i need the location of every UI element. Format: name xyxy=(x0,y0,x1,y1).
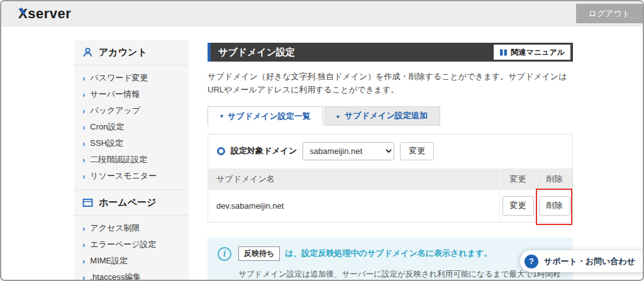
sidebar-section-title: アカウント xyxy=(99,47,147,58)
domain-select[interactable]: sabameijin.net xyxy=(303,142,394,160)
sidebar-items: ›アクセス制限 ›エラーページ設定 ›MIME設定 ›.htaccess編集 ›… xyxy=(74,216,189,281)
sidebar-item-resource-monitor[interactable]: ›リソースモニター xyxy=(74,168,189,184)
main-content: サブドメイン設定 関連マニュアル サブドメイン（好きな文字列.独自ドメイン）を作… xyxy=(208,40,573,281)
support-contact-button[interactable]: ? サポート・お問い合わせ xyxy=(520,250,644,272)
chevron-right-icon: › xyxy=(82,241,85,249)
sidebar-items: ›パスワード変更 ›サーバー情報 ›バックアップ ›Cron設定 ›SSH設定 … xyxy=(74,65,189,190)
logout-button[interactable]: ログアウト xyxy=(576,4,643,23)
browser-icon xyxy=(82,198,93,207)
page-title: サブドメイン設定 xyxy=(218,47,295,58)
sidebar-section-account: アカウント ›パスワード変更 ›サーバー情報 ›バックアップ ›Cron設定 ›… xyxy=(74,40,189,190)
domain-selector-row: 設定対象ドメイン sabameijin.net 変更 xyxy=(208,135,572,168)
info-title: 反映待ち は、設定反映処理中のサブドメイン名に表示されます。 xyxy=(238,246,563,261)
related-manual-button[interactable]: 関連マニュアル xyxy=(494,45,570,60)
subdomain-panel: 設定対象ドメイン sabameijin.net 変更 サブドメイン名 変更 削除… xyxy=(208,134,573,223)
table-header-row: サブドメイン名 変更 削除 xyxy=(208,168,572,190)
column-header-subdomain-name: サブドメイン名 xyxy=(208,174,499,185)
chevron-right-icon: › xyxy=(82,74,85,82)
chevron-right-icon: ▸ xyxy=(337,113,340,119)
chevron-right-icon: › xyxy=(82,91,85,99)
sidebar-header-account: アカウント xyxy=(74,40,189,65)
column-header-delete: 削除 xyxy=(536,168,572,190)
ring-icon xyxy=(217,147,225,155)
question-icon: ? xyxy=(525,255,538,268)
sidebar-item-error-page[interactable]: ›エラーページ設定 xyxy=(74,236,189,253)
table-row: dev.sabameijin.net 変更 削除 xyxy=(208,190,572,222)
tab-bar: ▾ サブドメイン設定一覧 ▸ サブドメイン設定追加 xyxy=(208,106,573,126)
column-header-change: 変更 xyxy=(499,168,536,190)
tab-subdomain-list[interactable]: ▾ サブドメイン設定一覧 xyxy=(208,106,323,126)
sidebar-item-backup[interactable]: ›バックアップ xyxy=(74,102,189,119)
chevron-right-icon: › xyxy=(82,123,85,131)
chevron-right-icon: › xyxy=(82,224,85,233)
info-content: 反映待ち は、設定反映処理中のサブドメイン名に表示されます。 サブドメイン設定は… xyxy=(238,246,563,281)
sidebar-item-password-change[interactable]: ›パスワード変更 xyxy=(74,70,189,86)
chevron-down-icon: ▾ xyxy=(220,113,223,119)
chevron-right-icon: › xyxy=(82,257,85,265)
page-title-bar: サブドメイン設定 関連マニュアル xyxy=(208,43,573,62)
chevron-right-icon: › xyxy=(82,172,85,180)
page-content: アカウント ›パスワード変更 ›サーバー情報 ›バックアップ ›Cron設定 ›… xyxy=(1,26,643,281)
subdomain-name-cell: dev.sabameijin.net xyxy=(208,201,499,211)
chevron-right-icon: › xyxy=(82,273,85,281)
book-icon xyxy=(499,48,508,57)
delete-cell: 削除 xyxy=(536,190,572,222)
sidebar-item-access-restriction[interactable]: ›アクセス制限 xyxy=(74,220,189,236)
top-header: Xserver ログアウト xyxy=(1,1,643,26)
sidebar-header-homepage: ホームページ xyxy=(74,190,189,216)
chevron-right-icon: › xyxy=(82,140,85,148)
info-box: i 反映待ち は、設定反映処理中のサブドメイン名に表示されます。 サブドメイン設… xyxy=(208,238,573,281)
chevron-right-icon: › xyxy=(82,107,85,115)
sidebar-item-htaccess[interactable]: ›.htaccess編集 xyxy=(74,269,189,281)
sidebar-item-server-info[interactable]: ›サーバー情報 xyxy=(74,86,189,102)
change-cell: 変更 xyxy=(499,190,536,222)
sidebar-item-cron[interactable]: ›Cron設定 xyxy=(74,119,189,135)
logo-text: Xserver xyxy=(18,6,71,21)
sidebar-section-homepage: ホームページ ›アクセス制限 ›エラーページ設定 ›MIME設定 ›.htacc… xyxy=(74,190,189,281)
app-window: Xserver ログアウト アカウント ›パスワード変更 xyxy=(0,0,644,281)
sidebar-item-mime[interactable]: ›MIME設定 xyxy=(74,253,189,269)
row-delete-button[interactable]: 削除 xyxy=(539,196,570,216)
row-change-button[interactable]: 変更 xyxy=(502,196,534,216)
sidebar-section-title: ホームページ xyxy=(99,197,156,209)
domain-selector-label: 設定対象ドメイン xyxy=(231,145,297,157)
chevron-right-icon: › xyxy=(82,156,85,164)
domain-change-button[interactable]: 変更 xyxy=(400,142,434,160)
user-icon xyxy=(82,47,93,58)
sidebar-item-ssh[interactable]: ›SSH設定 xyxy=(74,135,189,152)
pending-badge: 反映待ち xyxy=(238,246,280,261)
info-icon: i xyxy=(218,247,231,261)
sidebar-item-two-step-auth[interactable]: ›二段階認証設定 xyxy=(74,152,189,168)
xserver-logo: Xserver xyxy=(18,6,71,22)
tab-subdomain-add[interactable]: ▸ サブドメイン設定追加 xyxy=(325,106,440,126)
page-description: サブドメイン（好きな文字列.独自ドメイン）を作成・削除することができます。サブド… xyxy=(208,70,573,97)
sidebar: アカウント ›パスワード変更 ›サーバー情報 ›バックアップ ›Cron設定 ›… xyxy=(74,40,189,281)
info-body: サブドメイン設定は追加後、サーバーに設定が反映され利用可能になるまで最大で1時間… xyxy=(238,267,563,281)
